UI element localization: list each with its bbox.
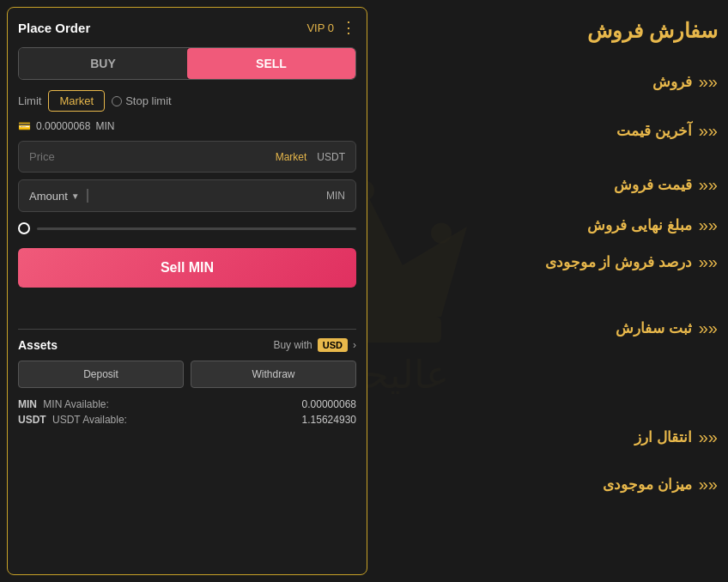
annotation-title-row: سفارش فروش	[374, 17, 718, 45]
balance-currency: MIN	[95, 120, 114, 132]
usdt-available-label: USDT Available:	[52, 414, 127, 426]
sell-price-arrow: »»	[699, 175, 718, 195]
assets-section: Assets Buy with USD › Deposit Withdraw M…	[18, 329, 356, 427]
annotation-last-price: آخرین قیمت	[616, 122, 692, 140]
buy-sell-tabs: BUY SELL	[18, 47, 356, 80]
order-type-row: Limit Market Stop limit	[18, 90, 356, 112]
market-label: Market	[276, 151, 307, 163]
vip-badge: VIP 0	[306, 21, 334, 34]
place-order-panel: Place Order VIP 0 ⋮ BUY SELL Limit Marke…	[7, 7, 367, 575]
sell-amount-arrow: »»	[699, 215, 718, 235]
annotations-panel: سفارش فروش فروش »» آخرین قیمت »» قیمت فر…	[374, 0, 728, 582]
amount-currency: MIN	[326, 190, 345, 202]
annotation-sell-percent: درصد فروش از موجودی	[545, 253, 692, 271]
annotation-sell-percent-row: درصد فروش از موجودی »»	[374, 251, 718, 274]
more-options-icon[interactable]: ⋮	[341, 18, 356, 37]
slider-track[interactable]	[37, 227, 356, 230]
assets-title: Assets	[18, 338, 58, 352]
action-buttons-row: Deposit Withdraw	[18, 361, 356, 388]
assets-header: Assets Buy with USD ›	[18, 338, 356, 352]
annotation-submit: ثبت سفارش	[616, 319, 692, 337]
annotation-sell-amount-row: مبلغ نهایی فروش »»	[374, 214, 718, 237]
annotation-transfer: انتقال ارز	[634, 428, 692, 446]
buy-tab[interactable]: BUY	[19, 48, 187, 79]
radio-icon	[112, 96, 122, 106]
price-currency: USDT	[317, 151, 345, 163]
amount-field: Amount ▼ MIN	[18, 179, 356, 212]
usdt-token: USDT	[18, 414, 46, 426]
last-price-arrow: »»	[699, 121, 718, 141]
chevron-right-icon: ›	[353, 339, 356, 351]
divider	[87, 189, 88, 203]
usdt-balance-line: USDT USDT Available: 1.15624930	[18, 412, 356, 427]
slider-thumb[interactable]	[18, 222, 30, 234]
annotation-last-price-row: آخرین قیمت »»	[374, 119, 718, 142]
buy-with-row[interactable]: Buy with USD ›	[273, 338, 356, 352]
amount-label: Amount	[29, 190, 68, 203]
slider-row	[18, 219, 356, 238]
card-icon: 💳	[18, 120, 31, 132]
annotation-transfer-row: انتقال ارز »»	[374, 426, 718, 449]
panel-header: Place Order VIP 0 ⋮	[18, 18, 356, 37]
sell-percent-arrow: »»	[699, 252, 718, 272]
annotation-title: سفارش فروش	[587, 19, 718, 43]
min-balance-line: MIN MIN Available: 0.00000068	[18, 397, 356, 412]
sell-button[interactable]: Sell MIN	[18, 248, 356, 288]
annotation-balance: میزان موجودی	[603, 476, 692, 494]
annotation-sell: فروش	[652, 73, 692, 91]
stop-limit-option[interactable]: Stop limit	[112, 94, 171, 107]
min-available-value: 0.00000068	[302, 398, 356, 410]
chevron-down-icon: ▼	[71, 191, 80, 201]
sell-tab[interactable]: SELL	[187, 48, 355, 79]
sell-arrow: »»	[699, 72, 718, 92]
annotation-sell-row: فروش »»	[374, 70, 718, 94]
annotation-submit-row: ثبت سفارش »»	[374, 317, 718, 340]
min-token: MIN	[18, 398, 37, 410]
limit-label: Limit	[18, 94, 41, 107]
usdt-available-value: 1.15624930	[302, 414, 356, 426]
usd-badge: USD	[318, 338, 348, 352]
price-field: Market USDT	[18, 141, 356, 173]
annotation-sell-price-row: قیمت فروش »»	[374, 173, 718, 197]
balance-arrow: »»	[699, 475, 718, 494]
submit-arrow: »»	[699, 318, 718, 338]
panel-title: Place Order	[18, 21, 90, 35]
buy-with-label: Buy with	[273, 339, 312, 351]
transfer-arrow: »»	[699, 427, 718, 447]
balance-row: 💳 0.00000068 MIN	[18, 120, 356, 132]
annotation-balance-row: میزان موجودی »»	[374, 473, 718, 496]
annotation-sell-amount: مبلغ نهایی فروش	[587, 216, 691, 234]
deposit-button[interactable]: Deposit	[18, 361, 184, 388]
balance-value: 0.00000068	[36, 120, 90, 132]
withdraw-button[interactable]: Withdraw	[191, 361, 356, 388]
min-available-label: MIN Available:	[43, 398, 108, 410]
amount-input[interactable]	[95, 190, 321, 203]
balance-lines: MIN MIN Available: 0.00000068 USDT USDT …	[18, 397, 356, 427]
amount-dropdown[interactable]: Amount ▼	[29, 190, 80, 203]
price-input[interactable]	[29, 150, 276, 163]
market-button[interactable]: Market	[48, 90, 105, 112]
annotation-sell-price: قیمت فروش	[614, 176, 692, 194]
